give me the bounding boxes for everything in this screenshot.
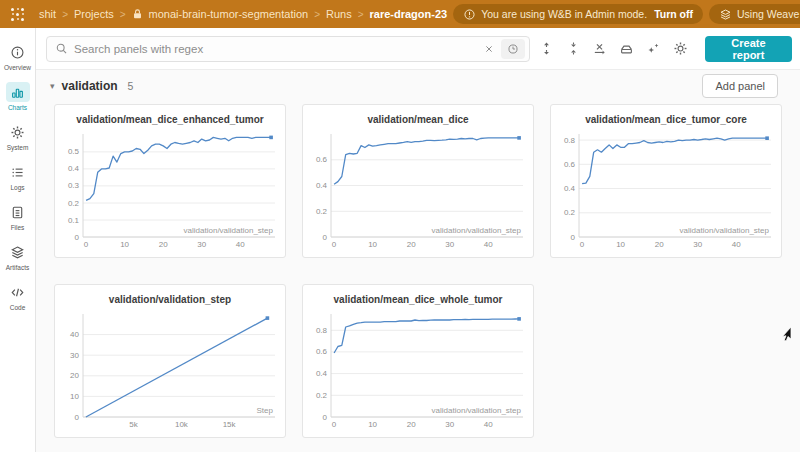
run-sidebar: Overview Charts System Logs Files Artifa… xyxy=(0,28,36,452)
expand-panels-icon[interactable] xyxy=(535,37,557,61)
file-icon xyxy=(6,202,30,222)
sidebar-item-overview[interactable]: Overview xyxy=(0,38,36,75)
add-panel-button[interactable]: Add panel xyxy=(702,74,778,98)
sidebar-item-charts[interactable]: Charts xyxy=(0,78,36,115)
panel-validation-step[interactable]: validation/validation_step 0102030405k10… xyxy=(54,284,286,438)
line-chart[interactable]: 00.20.40.60.8010203040validation/validat… xyxy=(306,311,530,432)
section-header-validation: ▾ validation 5 Add panel xyxy=(36,70,800,102)
weave-layers-icon xyxy=(719,8,732,21)
svg-text:30: 30 xyxy=(445,420,454,429)
svg-text:0.4: 0.4 xyxy=(564,184,576,193)
line-chart[interactable]: 00.20.40.6010203040validation/validation… xyxy=(306,131,530,252)
svg-text:0.5: 0.5 xyxy=(68,147,80,156)
gear-icon xyxy=(6,122,30,142)
history-clock-icon[interactable] xyxy=(501,39,525,59)
line-chart[interactable]: 00.20.40.60.8010203040validation/validat… xyxy=(554,131,778,252)
panels-toolbar: Create report xyxy=(36,28,800,70)
panel-title: validation/mean_dice xyxy=(303,114,533,125)
svg-text:30: 30 xyxy=(693,240,702,249)
code-icon xyxy=(6,282,30,302)
breadcrumb-projects[interactable]: Projects xyxy=(74,8,114,20)
svg-text:20: 20 xyxy=(407,240,416,249)
svg-text:40: 40 xyxy=(70,330,79,339)
svg-text:0.2: 0.2 xyxy=(564,208,576,217)
breadcrumb-separator: > xyxy=(358,9,364,20)
clear-search-icon[interactable] xyxy=(483,43,495,55)
sidebar-item-files[interactable]: Files xyxy=(0,198,36,235)
svg-text:0: 0 xyxy=(332,240,337,249)
bar-chart-icon xyxy=(6,82,30,102)
svg-text:40: 40 xyxy=(732,240,741,249)
svg-text:30: 30 xyxy=(445,240,454,249)
search-icon xyxy=(55,42,68,55)
x-axis-settings-icon[interactable] xyxy=(589,37,611,61)
svg-text:validation/validation_step: validation/validation_step xyxy=(432,406,522,415)
wandb-logo-icon[interactable] xyxy=(10,7,25,22)
svg-text:10: 10 xyxy=(616,240,625,249)
lock-icon xyxy=(132,8,143,20)
svg-text:0.4: 0.4 xyxy=(68,164,80,173)
svg-text:0.1: 0.1 xyxy=(68,216,80,225)
settings-gear-icon[interactable] xyxy=(670,37,692,61)
admin-mode-banner: You are using W&B in Admin mode. Turn of… xyxy=(453,4,703,24)
svg-text:Step: Step xyxy=(257,406,274,415)
svg-text:40: 40 xyxy=(484,240,493,249)
info-circle-icon xyxy=(6,42,30,62)
warning-circle-icon xyxy=(463,8,476,21)
sidebar-item-code[interactable]: Code xyxy=(0,278,36,315)
breadcrumb-separator: > xyxy=(120,9,126,20)
svg-text:20: 20 xyxy=(407,420,416,429)
panel-mean-dice-enhanced-tumor[interactable]: validation/mean_dice_enhanced_tumor 00.1… xyxy=(54,104,286,258)
svg-text:0.3: 0.3 xyxy=(68,181,80,190)
svg-text:0.2: 0.2 xyxy=(316,391,328,400)
breadcrumb-project[interactable]: monai-brain-tumor-segmentation xyxy=(149,8,309,20)
sparkle-ai-icon[interactable] xyxy=(643,37,665,61)
svg-text:validation/validation_step: validation/validation_step xyxy=(432,226,522,235)
svg-text:10k: 10k xyxy=(175,420,189,429)
svg-text:0.6: 0.6 xyxy=(316,155,328,164)
create-report-button[interactable]: Create report xyxy=(705,36,792,62)
line-chart[interactable]: 00.10.20.30.40.5010203040validation/vali… xyxy=(58,131,282,252)
line-chart[interactable]: 0102030405k10k15kStep xyxy=(58,311,282,432)
panel-title: validation/mean_dice_whole_tumor xyxy=(303,294,533,305)
svg-text:0.2: 0.2 xyxy=(68,199,80,208)
svg-text:0.4: 0.4 xyxy=(316,181,328,190)
svg-text:0.8: 0.8 xyxy=(564,136,576,145)
panel-title: validation/mean_dice_tumor_core xyxy=(551,114,781,125)
sidebar-item-system[interactable]: System xyxy=(0,118,36,155)
breadcrumb-user[interactable]: shit xyxy=(39,8,56,20)
svg-text:30: 30 xyxy=(197,240,206,249)
svg-text:0.6: 0.6 xyxy=(564,160,576,169)
svg-text:40: 40 xyxy=(236,240,245,249)
panel-mean-dice-whole-tumor[interactable]: validation/mean_dice_whole_tumor 00.20.4… xyxy=(302,284,534,438)
section-name[interactable]: validation xyxy=(62,79,118,93)
mouse-cursor xyxy=(780,326,793,347)
svg-text:validation/validation_step: validation/validation_step xyxy=(184,226,274,235)
svg-text:5k: 5k xyxy=(129,420,138,429)
svg-text:0: 0 xyxy=(75,413,80,422)
svg-text:validation/validation_step: validation/validation_step xyxy=(680,226,770,235)
panel-title: validation/validation_step xyxy=(55,294,285,305)
sidebar-item-artifacts[interactable]: Artifacts xyxy=(0,238,36,275)
collapse-panels-icon[interactable] xyxy=(562,37,584,61)
sidebar-item-logs[interactable]: Logs xyxy=(0,158,36,195)
chevron-down-icon[interactable]: ▾ xyxy=(50,81,55,91)
breadcrumb-separator: > xyxy=(62,9,68,20)
svg-text:0.6: 0.6 xyxy=(316,347,328,356)
breadcrumb-run-name[interactable]: rare-dragon-23 xyxy=(370,8,448,20)
panel-search-box xyxy=(46,36,530,62)
svg-text:10: 10 xyxy=(120,240,129,249)
breadcrumb-runs[interactable]: Runs xyxy=(326,8,352,20)
search-input[interactable] xyxy=(74,43,477,55)
admin-turn-off-button[interactable]: Turn off xyxy=(654,8,693,20)
svg-text:0: 0 xyxy=(332,420,337,429)
svg-text:0: 0 xyxy=(84,240,89,249)
panel-layout-icon[interactable] xyxy=(616,37,638,61)
svg-text:0.2: 0.2 xyxy=(316,207,328,216)
charts-content: ▾ validation 5 Add panel validation/mean… xyxy=(36,70,800,452)
panel-mean-dice-tumor-core[interactable]: validation/mean_dice_tumor_core 00.20.40… xyxy=(550,104,782,258)
panel-mean-dice[interactable]: validation/mean_dice 00.20.40.6010203040… xyxy=(302,104,534,258)
svg-text:20: 20 xyxy=(655,240,664,249)
svg-text:0: 0 xyxy=(323,233,328,242)
admin-mode-text: You are using W&B in Admin mode. xyxy=(481,8,647,20)
